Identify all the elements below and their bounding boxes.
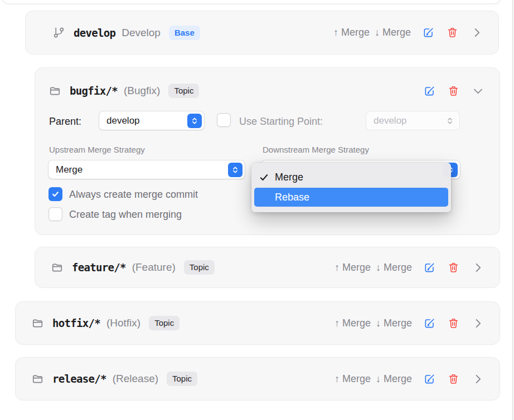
- branch-name: release/*: [52, 373, 106, 385]
- branch-display-name: (Release): [113, 373, 158, 385]
- use-starting-point-label: Use Starting Point:: [239, 116, 323, 128]
- popup-chevrons-icon: [187, 114, 202, 128]
- branch-name: feature/*: [72, 261, 126, 274]
- use-starting-point-checkbox[interactable]: [217, 113, 231, 127]
- create-tag-checkbox[interactable]: [49, 207, 62, 221]
- always-merge-commit-checkbox[interactable]: [49, 187, 62, 201]
- previous-card-edge: [2, 0, 501, 4]
- upstream-strategy-select[interactable]: Merge: [49, 160, 245, 179]
- branch-row-feature: feature/* (Feature) Topic ↑ Merge ↓ Merg…: [35, 247, 500, 288]
- upstream-merge-summary: ↑ Merge: [334, 262, 371, 274]
- delete-branch-icon[interactable]: [447, 261, 460, 274]
- branch-card-bugfix-expanded: bugfix/* (Bugfix) Topic Parent: develop …: [35, 67, 500, 235]
- branch-row-develop: develop Develop Base ↑ Merge ↓ Merge: [25, 11, 499, 55]
- checkmark-icon: [259, 173, 275, 182]
- edit-branch-icon[interactable]: [423, 85, 436, 97]
- popup-chevrons-icon: [443, 114, 457, 128]
- downstream-merge-summary: ↓ Merge: [375, 27, 411, 38]
- branch-display-name: (Bugfix): [124, 85, 160, 97]
- topic-badge: Topic: [184, 260, 215, 275]
- branch-row-hotfix: hotfix/* (Hotfix) Topic ↑ Merge ↓ Merge: [15, 301, 500, 345]
- folder-icon: [31, 317, 44, 330]
- panel-right-border: [512, 0, 513, 420]
- delete-branch-icon[interactable]: [447, 317, 460, 330]
- chevron-right-icon[interactable]: [472, 317, 484, 330]
- topic-badge: Topic: [167, 372, 197, 386]
- edit-branch-icon[interactable]: [423, 317, 436, 330]
- popup-chevrons-icon: [228, 163, 243, 177]
- parent-label: Parent:: [49, 116, 81, 128]
- delete-branch-icon[interactable]: [447, 373, 460, 385]
- merge-strategy-summary: ↑ Merge ↓ Merge: [334, 318, 412, 329]
- strategy-dropdown-menu: Merge Rebase: [251, 163, 451, 212]
- menu-item-label: Merge: [275, 172, 303, 183]
- menu-item-label: Rebase: [275, 192, 309, 203]
- edit-branch-icon[interactable]: [423, 261, 436, 274]
- upstream-merge-summary: ↑ Merge: [333, 27, 370, 38]
- merge-strategy-summary: ↑ Merge ↓ Merge: [334, 373, 412, 385]
- branch-display-name: (Feature): [132, 261, 176, 274]
- branch-display-name: (Hotfix): [106, 317, 140, 329]
- branch-settings-panel: develop Develop Base ↑ Merge ↓ Merge bug: [0, 0, 514, 420]
- merge-strategy-summary: ↑ Merge ↓ Merge: [334, 262, 412, 274]
- checkmark-placeholder: [259, 193, 275, 202]
- starting-point-select[interactable]: develop: [366, 111, 459, 130]
- topic-badge: Topic: [168, 84, 199, 98]
- menu-item-rebase[interactable]: Rebase: [254, 188, 448, 207]
- folder-icon: [49, 85, 61, 97]
- create-tag-label: Create tag when merging: [69, 209, 182, 221]
- delete-branch-icon[interactable]: [446, 26, 459, 39]
- edit-branch-icon[interactable]: [423, 373, 436, 385]
- chevron-down-icon[interactable]: [472, 85, 484, 97]
- edit-branch-icon[interactable]: [422, 26, 435, 39]
- always-merge-commit-label: Always create merge commit: [69, 189, 198, 201]
- branch-name: bugfix/*: [70, 85, 118, 97]
- parent-select-value: develop: [106, 115, 140, 126]
- upstream-strategy-label: Upstream Merge Strategy: [49, 145, 145, 154]
- starting-point-select-value: develop: [374, 115, 407, 126]
- delete-branch-icon[interactable]: [447, 85, 460, 97]
- downstream-merge-summary: ↓ Merge: [376, 373, 412, 385]
- branch-name: develop: [74, 27, 115, 39]
- base-badge: Base: [169, 26, 200, 40]
- branch-display-name: Develop: [122, 27, 161, 39]
- parent-select[interactable]: develop: [99, 111, 204, 130]
- branch-name: hotfix/*: [52, 317, 100, 329]
- chevron-right-icon[interactable]: [472, 261, 484, 274]
- topic-badge: Topic: [149, 316, 180, 330]
- upstream-merge-summary: ↑ Merge: [334, 318, 371, 329]
- upstream-merge-summary: ↑ Merge: [334, 373, 371, 385]
- git-branch-icon: [52, 26, 65, 39]
- downstream-merge-summary: ↓ Merge: [376, 262, 412, 274]
- menu-item-merge[interactable]: Merge: [251, 168, 451, 187]
- branch-row-release: release/* (Release) Topic ↑ Merge ↓ Merg…: [15, 357, 500, 401]
- chevron-right-icon[interactable]: [472, 373, 484, 385]
- downstream-merge-summary: ↓ Merge: [376, 318, 412, 329]
- merge-strategy-summary: ↑ Merge ↓ Merge: [333, 27, 411, 38]
- folder-icon: [31, 373, 44, 385]
- downstream-strategy-label: Downstream Merge Strategy: [263, 145, 369, 154]
- folder-icon: [51, 261, 64, 274]
- chevron-right-icon[interactable]: [471, 26, 483, 39]
- upstream-strategy-value: Merge: [56, 164, 83, 175]
